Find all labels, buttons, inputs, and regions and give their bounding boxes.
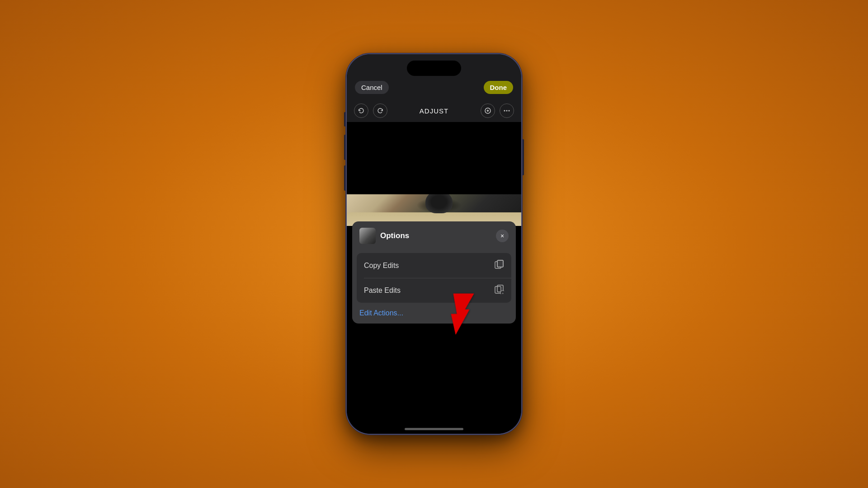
modal-header-left: Options xyxy=(359,228,409,244)
home-indicator xyxy=(405,428,463,430)
toolbar-left xyxy=(354,103,387,118)
modal-thumbnail xyxy=(359,228,376,244)
copy-edits-icon xyxy=(494,259,504,272)
done-button[interactable]: Done xyxy=(484,81,514,94)
modal-items-container: Copy Edits Paste Edits xyxy=(357,253,511,303)
modal-header: Options × xyxy=(352,221,516,249)
copy-edits-label: Copy Edits xyxy=(364,262,399,270)
more-options-icon[interactable] xyxy=(500,103,514,118)
copy-edits-item[interactable]: Copy Edits xyxy=(357,253,511,278)
paste-edits-item[interactable]: Paste Edits + xyxy=(357,278,511,303)
cancel-button[interactable]: Cancel xyxy=(355,81,389,94)
redo-icon[interactable] xyxy=(373,103,387,118)
adjustments-icon[interactable] xyxy=(481,103,495,118)
paste-edits-label: Paste Edits xyxy=(364,286,401,295)
toolbar-title: ADJUST xyxy=(420,107,448,115)
phone-wrapper: Cancel Done xyxy=(346,53,522,435)
phone-frame: Cancel Done xyxy=(346,53,522,435)
modal-close-button[interactable]: × xyxy=(496,230,509,242)
phone-screen: Cancel Done xyxy=(347,54,521,434)
svg-point-2 xyxy=(506,110,508,112)
svg-rect-5 xyxy=(497,260,503,267)
svg-point-1 xyxy=(504,110,505,112)
svg-text:+: + xyxy=(502,291,504,294)
options-modal: Options × Copy Edits xyxy=(352,221,516,324)
power-button[interactable] xyxy=(522,139,524,175)
content-area: Options × Copy Edits xyxy=(347,122,521,434)
modal-title: Options xyxy=(380,231,409,240)
modal-thumbnail-inner xyxy=(359,228,376,244)
toolbar-right xyxy=(481,103,514,118)
modal-edit-actions: Edit Actions... xyxy=(352,303,516,324)
toolbar-row: ADJUST xyxy=(347,99,521,122)
dynamic-island xyxy=(407,61,461,76)
svg-point-3 xyxy=(509,110,510,112)
paste-edits-icon: + xyxy=(494,284,504,296)
undo-icon[interactable] xyxy=(354,103,368,118)
edit-actions-link[interactable]: Edit Actions... xyxy=(359,309,403,317)
